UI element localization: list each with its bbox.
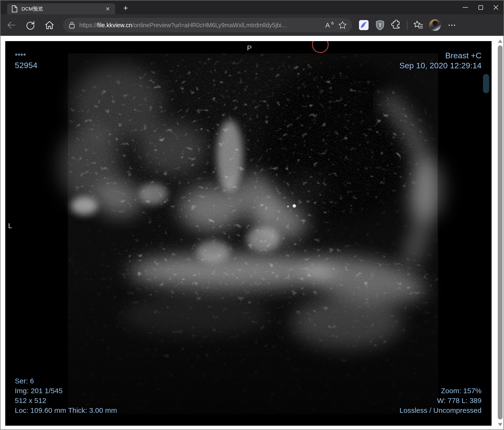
navigation-toolbar: https://file.kkview.cn/onlinePreview?url… [0, 14, 504, 36]
url-scheme: https:// [79, 22, 97, 28]
shield-t-icon: T [375, 20, 385, 31]
bird-extension-button[interactable] [358, 20, 369, 31]
minimize-icon [463, 7, 468, 8]
page-content: ****52954 Breast +CSep 10, 2020 12:29:14… [0, 36, 504, 430]
home-icon [45, 20, 54, 30]
maximize-button[interactable] [473, 0, 488, 14]
study-datetime: Sep 10, 2020 12:29:14 [399, 61, 482, 70]
slice-location: Loc: 109.60 mm Thick: 3.00 mm [15, 406, 117, 414]
dicom-canvas[interactable]: ****52954 Breast +CSep 10, 2020 12:29:14… [5, 41, 492, 426]
page-scrollbar[interactable] [497, 36, 504, 430]
minimize-button[interactable] [458, 0, 473, 14]
extensions-row: T [358, 19, 457, 31]
refresh-icon [25, 20, 35, 30]
scroll-up-icon[interactable] [498, 40, 502, 43]
tab-close-icon[interactable]: × [104, 5, 112, 13]
patient-name-masked: **** [15, 52, 26, 60]
refresh-button[interactable] [25, 20, 36, 31]
tab-dcm-preview[interactable]: DCM预览 × [7, 3, 115, 14]
series-number: Ser: 6 [15, 377, 34, 385]
close-button[interactable] [488, 0, 504, 14]
svg-text:A: A [325, 21, 330, 29]
overlay-series-info: Ser: 6Img: 201 1/545512 x 512Loc: 109.60… [15, 376, 117, 415]
new-tab-button[interactable]: + [121, 3, 130, 12]
image-matrix: 512 x 512 [15, 396, 46, 404]
titlebar: DCM预览 × + [0, 0, 504, 14]
patient-id: 52954 [15, 61, 37, 70]
lock-icon [69, 21, 75, 29]
read-aloud-icon: A [325, 21, 334, 29]
settings-menu-button[interactable] [446, 20, 457, 31]
extensions-button[interactable] [391, 20, 402, 31]
collections-star-icon [413, 20, 423, 30]
url-text: https://file.kkview.cn/onlinePreview?url… [79, 22, 322, 29]
scrollbar-thumb[interactable] [498, 45, 503, 420]
window-controls [458, 0, 504, 14]
ellipsis-icon [449, 25, 455, 26]
mri-image [5, 41, 492, 426]
scroll-down-icon[interactable] [498, 423, 502, 426]
browser-window: DCM预览 × + [0, 0, 504, 430]
home-button[interactable] [44, 20, 55, 31]
overlay-study-info: Breast +CSep 10, 2020 12:29:14 [399, 51, 482, 71]
study-description: Breast +C [445, 51, 482, 60]
viewer-scroll-indicator[interactable] [483, 74, 489, 93]
profile-avatar[interactable] [429, 19, 441, 31]
collections-button[interactable] [413, 20, 424, 31]
tampermonkey-extension-button[interactable]: T [375, 20, 386, 31]
window-level: W: 778 L: 389 [437, 396, 482, 404]
document-icon [11, 5, 18, 12]
address-bar[interactable]: https://file.kkview.cn/onlinePreview?url… [63, 18, 352, 32]
toolbar-divider [407, 20, 407, 30]
orientation-left-label: L [8, 222, 12, 230]
back-button[interactable] [6, 20, 17, 31]
bird-extension-icon [358, 20, 369, 31]
overlay-display-info: Zoom: 157%W: 778 L: 389Lossless / Uncomp… [400, 386, 482, 415]
orientation-posterior-label: P [247, 44, 252, 52]
tab-title: DCM预览 [21, 6, 104, 12]
image-number: Img: 201 1/545 [15, 387, 63, 395]
compression-info: Lossless / Uncompressed [400, 406, 482, 414]
url-path: /onlinePreview?url=aHR0cHM6Ly9maWxlLmtrd… [132, 22, 287, 28]
close-icon [493, 5, 499, 10]
url-host: file.kkview.cn [97, 22, 132, 28]
puzzle-icon [391, 20, 402, 30]
maximize-icon [478, 5, 483, 10]
svg-text:T: T [378, 22, 382, 28]
overlay-patient-info: ****52954 [15, 51, 37, 71]
zoom-level: Zoom: 157% [441, 387, 482, 395]
favorite-star-button[interactable] [337, 20, 348, 30]
star-icon [338, 21, 347, 29]
back-icon [6, 20, 16, 30]
read-aloud-button[interactable]: A [324, 20, 335, 30]
